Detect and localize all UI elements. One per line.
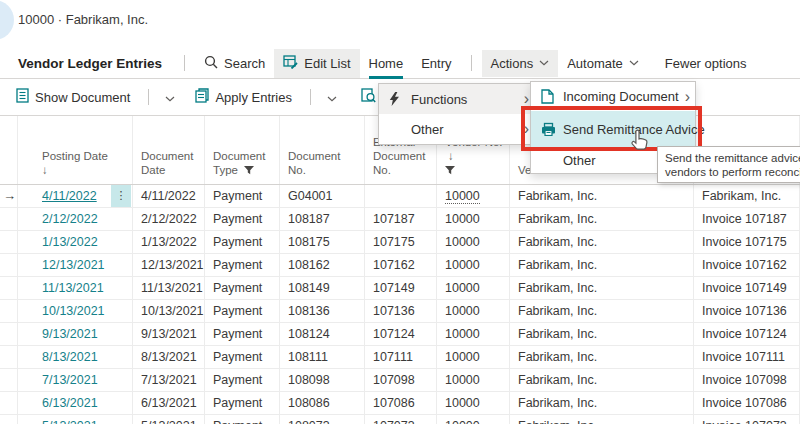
cell-external-document-no[interactable]: 107175 [365, 231, 437, 253]
cell-vendor-no[interactable]: 10000 [437, 415, 510, 424]
cell-vendor-no[interactable]: 10000 [437, 392, 510, 414]
cell-document-date[interactable]: 1/13/2022 [133, 231, 205, 253]
cell-external-document-no[interactable]: 107187 [365, 208, 437, 230]
table-row[interactable]: 1/13/20221/13/2022Payment108175107175100… [0, 231, 800, 254]
cell-document-type[interactable]: Payment [205, 231, 280, 253]
automate-menu-button[interactable]: Automate [558, 50, 648, 77]
cell-document-type[interactable]: Payment [205, 323, 280, 345]
cell-vendor-no[interactable]: 10000 [437, 300, 510, 322]
cell-document-no[interactable]: 108111 [280, 346, 365, 368]
row-selector-cell[interactable] [0, 231, 18, 253]
cell-external-document-no[interactable]: 107073 [365, 415, 437, 424]
cell-posting-date[interactable]: 11/13/2021 [18, 277, 133, 299]
menu-item-send-remittance-advice[interactable]: Send Remittance Advice [531, 111, 695, 147]
row-selector-cell[interactable] [0, 346, 18, 368]
cell-document-type[interactable]: Payment [205, 277, 280, 299]
cell-document-date[interactable]: 9/13/2021 [133, 323, 205, 345]
apply-entries-button[interactable]: Apply Entries [187, 82, 300, 112]
cell-document-type[interactable]: Payment [205, 415, 280, 424]
cell-posting-date[interactable]: 2/12/2022 [18, 208, 133, 230]
cell-description[interactable]: Invoice 107175 [694, 231, 800, 253]
row-selector-cell[interactable] [0, 369, 18, 391]
cell-vendor-name[interactable]: Fabrikam, Inc. [510, 346, 694, 368]
cell-document-date[interactable]: 8/13/2021 [133, 346, 205, 368]
cell-document-no[interactable]: 108086 [280, 392, 365, 414]
edit-list-button[interactable]: Edit List [274, 49, 359, 78]
cell-posting-date[interactable]: 5/13/2021 [18, 415, 133, 424]
row-selector-cell[interactable] [0, 415, 18, 424]
cell-posting-date[interactable]: 6/13/2021 [18, 392, 133, 414]
cell-vendor-no[interactable]: 10000 [437, 346, 510, 368]
table-row[interactable]: 10/13/202110/13/2021Payment1081361071361… [0, 300, 800, 323]
cell-document-no[interactable]: 108187 [280, 208, 365, 230]
cell-vendor-no[interactable]: 10000 [437, 185, 510, 207]
cell-document-date[interactable]: 10/13/2021 [133, 300, 205, 322]
cell-document-date[interactable]: 12/13/2021 [133, 254, 205, 276]
cell-document-no[interactable]: 108136 [280, 300, 365, 322]
cell-document-no[interactable]: 108124 [280, 323, 365, 345]
cell-description[interactable]: Invoice 107162 [694, 254, 800, 276]
table-row[interactable]: 8/13/20218/13/2021Payment108111107111100… [0, 346, 800, 369]
search-button[interactable]: Search [195, 49, 274, 78]
table-row[interactable]: 9/13/20219/13/2021Payment108124107124100… [0, 323, 800, 346]
cell-external-document-no[interactable]: 107162 [365, 254, 437, 276]
cell-external-document-no[interactable]: 107149 [365, 277, 437, 299]
table-row[interactable]: 5/13/20215/13/2021Payment108073107073100… [0, 415, 800, 424]
column-header-document-type[interactable]: Document Type [205, 116, 280, 184]
cell-document-type[interactable]: Payment [205, 185, 280, 207]
cell-document-date[interactable]: 5/13/2021 [133, 415, 205, 424]
cell-document-no[interactable]: 108073 [280, 415, 365, 424]
cell-vendor-name[interactable]: Fabrikam, Inc. [510, 231, 694, 253]
row-selector-cell[interactable] [0, 208, 18, 230]
cell-document-no[interactable]: G04001 [280, 185, 365, 207]
table-row[interactable]: 12/13/202112/13/2021Payment1081621071621… [0, 254, 800, 277]
cell-posting-date[interactable]: 4/11/2022⋮ [18, 185, 133, 207]
cell-posting-date[interactable]: 1/13/2022 [18, 231, 133, 253]
table-row[interactable]: 7/13/20217/13/2021Payment108098107098100… [0, 369, 800, 392]
cell-vendor-no[interactable]: 10000 [437, 369, 510, 391]
row-selector-cell[interactable] [0, 254, 18, 276]
cell-document-no[interactable]: 108162 [280, 254, 365, 276]
table-row[interactable]: 2/12/20222/12/2022Payment108187107187100… [0, 208, 800, 231]
row-selector-cell[interactable] [0, 277, 18, 299]
cell-vendor-name[interactable]: Fabrikam, Inc. [510, 369, 694, 391]
cell-vendor-no[interactable]: 10000 [437, 208, 510, 230]
cell-vendor-no[interactable]: 10000 [437, 277, 510, 299]
cell-document-date[interactable]: 6/13/2021 [133, 392, 205, 414]
actions-menu-button[interactable]: Actions [482, 50, 559, 77]
show-document-button[interactable]: Show Document [8, 82, 138, 112]
cell-description[interactable]: Invoice 107086 [694, 392, 800, 414]
cell-external-document-no[interactable]: 107124 [365, 323, 437, 345]
cell-vendor-name[interactable]: Fabrikam, Inc. [510, 208, 694, 230]
cell-vendor-name[interactable]: Fabrikam, Inc. [510, 185, 694, 207]
table-row[interactable]: 11/13/202111/13/2021Payment1081491071491… [0, 277, 800, 300]
cell-external-document-no[interactable]: 107111 [365, 346, 437, 368]
cell-document-type[interactable]: Payment [205, 208, 280, 230]
cell-posting-date[interactable]: 7/13/2021 [18, 369, 133, 391]
cell-posting-date[interactable]: 10/13/2021 [18, 300, 133, 322]
row-selector-cell[interactable] [0, 323, 18, 345]
cell-external-document-no[interactable]: 107098 [365, 369, 437, 391]
cell-document-type[interactable]: Payment [205, 369, 280, 391]
back-circle-icon[interactable] [0, 0, 14, 40]
cell-document-type[interactable]: Payment [205, 346, 280, 368]
cell-document-type[interactable]: Payment [205, 300, 280, 322]
cell-vendor-no[interactable]: 10000 [437, 323, 510, 345]
menu-item-incoming-document[interactable]: Incoming Document › [531, 82, 695, 111]
cell-external-document-no[interactable] [365, 185, 437, 207]
cell-vendor-name[interactable]: Fabrikam, Inc. [510, 277, 694, 299]
cell-vendor-name[interactable]: Fabrikam, Inc. [510, 323, 694, 345]
cell-document-no[interactable]: 108149 [280, 277, 365, 299]
cell-description[interactable]: Invoice 107073 [694, 415, 800, 424]
cell-external-document-no[interactable]: 107086 [365, 392, 437, 414]
apply-entries-dropdown[interactable] [321, 86, 343, 109]
cell-document-date[interactable]: 2/12/2022 [133, 208, 205, 230]
row-selector-cell[interactable]: → [0, 185, 18, 207]
cell-description[interactable]: Invoice 107111 [694, 346, 800, 368]
cell-document-type[interactable]: Payment [205, 392, 280, 414]
cell-document-no[interactable]: 108175 [280, 231, 365, 253]
cell-description[interactable]: Invoice 107136 [694, 300, 800, 322]
menu-item-other-actions[interactable]: Other › [379, 114, 537, 144]
column-header-posting-date[interactable]: Posting Date↓ [18, 116, 133, 184]
tab-home[interactable]: Home [360, 50, 413, 77]
